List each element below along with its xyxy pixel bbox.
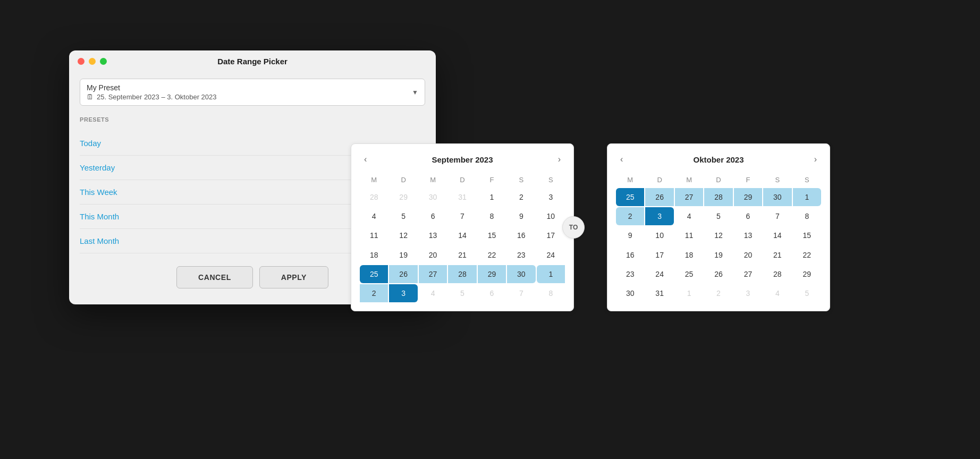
oct-day-28-sep[interactable]: 28 — [704, 188, 732, 206]
sep-day-28[interactable]: 28 — [448, 265, 476, 283]
sep-day-4-oct[interactable]: 4 — [419, 284, 447, 302]
oct-day-21[interactable]: 21 — [763, 246, 791, 264]
oktober-prev-button[interactable]: ‹ — [616, 152, 627, 166]
oct-day-31[interactable]: 31 — [645, 284, 673, 302]
oct-day-8[interactable]: 8 — [793, 207, 821, 225]
sep-day-1[interactable]: 1 — [478, 188, 506, 206]
sep-day-4[interactable]: 4 — [360, 207, 388, 225]
sep-day-13[interactable]: 13 — [419, 226, 447, 244]
oct-day-2-nov[interactable]: 2 — [704, 284, 732, 302]
sep-day-6[interactable]: 6 — [419, 207, 447, 225]
sep-day-20[interactable]: 20 — [419, 246, 447, 264]
calendars-area: ‹ September 2023 › M D M D F S S 28 29 3… — [351, 143, 830, 311]
sep-day-19[interactable]: 19 — [389, 246, 417, 264]
sep-day-24[interactable]: 24 — [537, 246, 565, 264]
oct-day-26-sep[interactable]: 26 — [645, 188, 673, 206]
sep-day-2-oct[interactable]: 2 — [360, 284, 388, 302]
oct-day-5[interactable]: 5 — [704, 207, 732, 225]
oct-day-2[interactable]: 2 — [616, 207, 644, 225]
oct-day-25-sep[interactable]: 25 — [616, 188, 644, 206]
sep-weekday-6: S — [537, 173, 565, 187]
sep-day-7-oct[interactable]: 7 — [507, 284, 535, 302]
sep-day-30[interactable]: 30 — [507, 265, 535, 283]
sep-day-7[interactable]: 7 — [448, 207, 476, 225]
oct-day-14[interactable]: 14 — [763, 226, 791, 244]
sep-weekday-3: D — [448, 173, 476, 187]
oct-day-4-nov[interactable]: 4 — [763, 284, 791, 302]
sep-day-23[interactable]: 23 — [507, 246, 535, 264]
sep-day-16[interactable]: 16 — [507, 226, 535, 244]
sep-day-22[interactable]: 22 — [478, 246, 506, 264]
sep-day-26[interactable]: 26 — [389, 265, 417, 283]
oktober-next-button[interactable]: › — [810, 152, 821, 166]
sep-day-15[interactable]: 15 — [478, 226, 506, 244]
oct-day-29[interactable]: 29 — [793, 265, 821, 283]
sep-day-3[interactable]: 3 — [537, 188, 565, 206]
sep-day-14[interactable]: 14 — [448, 226, 476, 244]
close-button[interactable] — [78, 58, 85, 65]
sep-day-5[interactable]: 5 — [389, 207, 417, 225]
september-next-button[interactable]: › — [554, 152, 565, 166]
oct-day-1[interactable]: 1 — [793, 188, 821, 206]
oct-day-3-nov[interactable]: 3 — [734, 284, 762, 302]
preset-dropdown[interactable]: My Preset 🗓 25. September 2023 – 3. Okto… — [80, 79, 425, 106]
oct-day-27-sep[interactable]: 27 — [675, 188, 703, 206]
oct-day-15[interactable]: 15 — [793, 226, 821, 244]
oct-day-25[interactable]: 25 — [675, 265, 703, 283]
oct-day-3[interactable]: 3 — [645, 207, 673, 225]
oct-day-27[interactable]: 27 — [734, 265, 762, 283]
sep-day-29[interactable]: 29 — [478, 265, 506, 283]
sep-day-6-oct[interactable]: 6 — [478, 284, 506, 302]
maximize-button[interactable] — [100, 58, 107, 65]
oct-day-16[interactable]: 16 — [616, 246, 644, 264]
oct-day-22[interactable]: 22 — [793, 246, 821, 264]
sep-day-29-prev[interactable]: 29 — [389, 188, 417, 206]
sep-day-3-oct[interactable]: 3 — [389, 284, 417, 302]
cancel-button[interactable]: CANCEL — [176, 266, 253, 288]
oct-day-30[interactable]: 30 — [616, 284, 644, 302]
oct-day-11[interactable]: 11 — [675, 226, 703, 244]
oct-day-20[interactable]: 20 — [734, 246, 762, 264]
sep-day-28-prev[interactable]: 28 — [360, 188, 388, 206]
sep-day-30-prev[interactable]: 30 — [419, 188, 447, 206]
oct-day-7[interactable]: 7 — [763, 207, 791, 225]
apply-button[interactable]: APPLY — [259, 266, 328, 288]
sep-day-9[interactable]: 9 — [507, 207, 535, 225]
sep-day-18[interactable]: 18 — [360, 246, 388, 264]
oct-day-26[interactable]: 26 — [704, 265, 732, 283]
oktober-grid: M D M D F S S 25 26 27 28 29 30 1 2 3 4 … — [616, 173, 821, 302]
oct-day-6[interactable]: 6 — [734, 207, 762, 225]
oct-day-4[interactable]: 4 — [675, 207, 703, 225]
sep-day-31-prev[interactable]: 31 — [448, 188, 476, 206]
sep-day-2[interactable]: 2 — [507, 188, 535, 206]
sep-day-27[interactable]: 27 — [419, 265, 447, 283]
minimize-button[interactable] — [89, 58, 96, 65]
sep-day-12[interactable]: 12 — [389, 226, 417, 244]
oct-weekday-3: D — [704, 173, 732, 187]
sep-day-8-oct[interactable]: 8 — [537, 284, 565, 302]
sep-day-25[interactable]: 25 — [360, 265, 388, 283]
oct-day-1-nov[interactable]: 1 — [675, 284, 703, 302]
oct-day-23[interactable]: 23 — [616, 265, 644, 283]
sep-day-1-oct[interactable]: 1 — [537, 265, 565, 283]
sep-day-8[interactable]: 8 — [478, 207, 506, 225]
oct-day-10[interactable]: 10 — [645, 226, 673, 244]
sep-day-17[interactable]: 17 — [537, 226, 565, 244]
oct-day-12[interactable]: 12 — [704, 226, 732, 244]
september-prev-button[interactable]: ‹ — [360, 152, 371, 166]
oct-day-17[interactable]: 17 — [645, 246, 673, 264]
oct-day-29-sep[interactable]: 29 — [734, 188, 762, 206]
oct-day-24[interactable]: 24 — [645, 265, 673, 283]
sep-day-11[interactable]: 11 — [360, 226, 388, 244]
oct-day-13[interactable]: 13 — [734, 226, 762, 244]
oct-day-5-nov[interactable]: 5 — [793, 284, 821, 302]
oct-day-30-sep[interactable]: 30 — [763, 188, 791, 206]
oktober-title: Oktober 2023 — [693, 155, 744, 164]
oct-day-9[interactable]: 9 — [616, 226, 644, 244]
oct-day-28[interactable]: 28 — [763, 265, 791, 283]
sep-day-5-oct[interactable]: 5 — [448, 284, 476, 302]
sep-day-10[interactable]: 10 — [537, 207, 565, 225]
oct-day-18[interactable]: 18 — [675, 246, 703, 264]
sep-day-21[interactable]: 21 — [448, 246, 476, 264]
oct-day-19[interactable]: 19 — [704, 246, 732, 264]
